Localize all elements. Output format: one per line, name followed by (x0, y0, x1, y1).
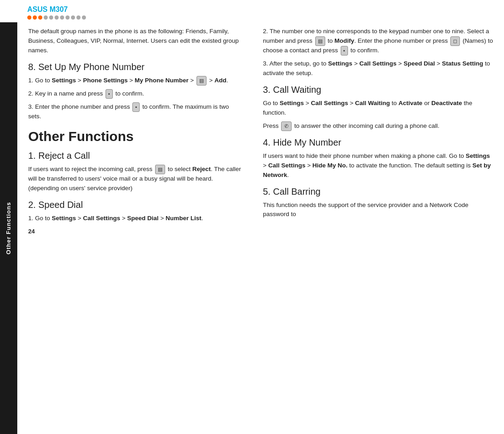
section3-title: 3. Call Waiting (263, 85, 493, 95)
phone-btn-icon: ✆ (281, 121, 292, 131)
call-waiting-text2: Press ✆ to answer the other incoming cal… (263, 121, 493, 131)
call-barring-text: This function needs the support of the s… (263, 201, 493, 220)
header: ASUS M307 (0, 0, 504, 22)
dot-4 (44, 15, 48, 20)
names-btn-icon: ◻ (450, 36, 460, 46)
confirm-btn-icon-3: ▪ (341, 46, 348, 56)
step8-3: 3. Enter the phone number and press ▪ to… (28, 102, 243, 121)
dot-6 (55, 15, 59, 20)
dot-1 (27, 15, 31, 20)
section2-title: 2. Speed Dial (28, 200, 243, 210)
dot-11 (82, 15, 86, 20)
sidebar: Other Functions (0, 22, 17, 434)
dots-row (27, 15, 495, 20)
page-number: 24 (28, 228, 243, 235)
content-area: The default group names in the phone is … (17, 22, 504, 434)
section2-step1: 1. Go to Settings > Call Settings > Spee… (28, 214, 243, 223)
dot-3 (38, 15, 42, 20)
dot-10 (76, 15, 81, 20)
left-column: The default group names in the phone is … (17, 22, 254, 434)
section5-title: 5. Call Barring (263, 187, 493, 197)
reject-btn-icon: ▤ (155, 165, 165, 174)
sidebar-label: Other Functions (5, 202, 12, 254)
call-waiting-text1: Go to Settings > Call Settings > Call Wa… (263, 99, 493, 118)
intro-text: The default group names in the phone is … (28, 27, 243, 56)
confirm-btn-icon-1: ▪ (106, 89, 113, 99)
section8-title: 8. Set Up My Phone Number (28, 62, 243, 72)
dot-5 (49, 15, 53, 20)
dot-2 (33, 15, 37, 20)
hide-number-text: If users want to hide their phone number… (263, 151, 493, 180)
step8-1: 1. Go to Settings > Phone Settings > My … (28, 76, 243, 86)
section4-title: 4. Hide My Number (263, 137, 493, 148)
right-column: 2. The number one to nine corresponds to… (254, 22, 504, 434)
dot-8 (66, 15, 70, 20)
dot-7 (60, 15, 64, 20)
section1-text: If users want to reject the incoming cal… (28, 165, 243, 193)
modify-btn-icon-1: ▤ (197, 76, 207, 86)
page-container: ASUS M307 Other Functions The default gr… (0, 0, 504, 434)
modify-btn-icon-2: ▤ (315, 36, 325, 46)
step8-2: 2. Key in a name and press ▪ to confirm. (28, 89, 243, 99)
brand-title: ASUS M307 (27, 5, 495, 14)
speed-dial-step3: 3. After the setup, go to Settings > Cal… (263, 59, 493, 78)
dot-9 (71, 15, 75, 20)
section1-title: 1. Reject a Call (28, 151, 243, 161)
confirm-btn-icon-2: ▪ (132, 102, 140, 112)
speed-dial-step2: 2. The number one to nine corresponds to… (263, 27, 493, 56)
main-layout: Other Functions The default group names … (0, 22, 504, 434)
other-functions-title: Other Functions (28, 129, 243, 144)
